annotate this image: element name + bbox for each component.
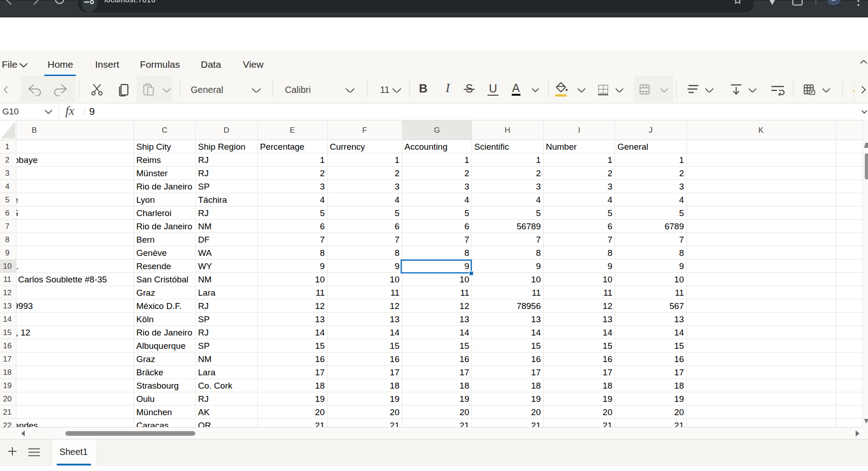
svg-text:16: 16 — [3, 341, 12, 350]
svg-text:21: 21 — [460, 421, 469, 428]
svg-text:andes: andes — [14, 421, 38, 428]
svg-text:13: 13 — [603, 314, 612, 324]
svg-text:19: 19 — [315, 394, 325, 404]
svg-text:C: C — [162, 126, 167, 135]
svg-text:10: 10 — [531, 275, 541, 284]
svg-text:3: 3 — [464, 182, 469, 191]
svg-text:14: 14 — [3, 315, 12, 324]
svg-text:Köln: Köln — [136, 314, 154, 324]
svg-text:20: 20 — [531, 407, 541, 417]
svg-text:2: 2 — [464, 168, 469, 178]
svg-text:4: 4 — [320, 195, 325, 205]
svg-text:Caracas: Caracas — [136, 421, 169, 428]
svg-text:Genève: Genève — [136, 248, 167, 258]
svg-text:Rio de Janeiro: Rio de Janeiro — [136, 222, 193, 231]
svg-text:10: 10 — [460, 275, 469, 284]
svg-text:15: 15 — [674, 341, 684, 351]
svg-text:2: 2 — [5, 156, 9, 164]
svg-text:Bräcke: Bräcke — [136, 368, 163, 377]
svg-text:15: 15 — [460, 341, 469, 351]
svg-text:7: 7 — [5, 222, 9, 231]
svg-text:15: 15 — [603, 341, 612, 351]
svg-text:14: 14 — [390, 328, 400, 337]
svg-text:E: E — [290, 126, 295, 135]
svg-text:9993: 9993 — [14, 301, 33, 311]
svg-text:Graz: Graz — [136, 354, 155, 364]
svg-text:4: 4 — [607, 195, 612, 205]
svg-text:17: 17 — [674, 368, 684, 377]
svg-text:7: 7 — [320, 235, 325, 244]
svg-text:13: 13 — [674, 314, 684, 324]
svg-text:8: 8 — [395, 248, 400, 258]
svg-text:7: 7 — [607, 235, 612, 244]
svg-text:17: 17 — [460, 368, 469, 377]
svg-text:OR: OR — [198, 421, 211, 428]
svg-text:12: 12 — [460, 301, 469, 311]
svg-text:DF: DF — [198, 235, 209, 244]
svg-text:21: 21 — [674, 421, 684, 428]
svg-text:15: 15 — [3, 328, 12, 337]
svg-text:6: 6 — [464, 222, 469, 231]
svg-text:18: 18 — [674, 381, 684, 390]
svg-text:8: 8 — [5, 235, 9, 244]
svg-text:5: 5 — [320, 208, 325, 218]
svg-text:11: 11 — [603, 288, 612, 298]
svg-text:16: 16 — [531, 354, 541, 364]
svg-text:Graz: Graz — [136, 288, 155, 298]
svg-text:18: 18 — [390, 381, 399, 390]
svg-text:13: 13 — [531, 314, 541, 324]
svg-text:4: 4 — [679, 195, 684, 205]
svg-text:19: 19 — [674, 394, 684, 404]
svg-text:16: 16 — [390, 354, 399, 364]
svg-text:1: 1 — [320, 155, 325, 165]
svg-text:4: 4 — [395, 195, 400, 205]
svg-text:1: 1 — [679, 155, 684, 165]
svg-text:8: 8 — [607, 248, 612, 258]
svg-text:19: 19 — [531, 394, 541, 404]
svg-text:56789: 56789 — [517, 222, 541, 231]
svg-text:B: B — [32, 126, 37, 135]
svg-text:G: G — [434, 126, 440, 135]
svg-text:3: 3 — [536, 182, 541, 191]
svg-text:7: 7 — [679, 235, 684, 244]
svg-text:9: 9 — [464, 261, 469, 271]
svg-text:15: 15 — [390, 341, 399, 351]
svg-text:18: 18 — [531, 381, 541, 390]
svg-text:16: 16 — [603, 354, 612, 364]
svg-text:5: 5 — [464, 208, 469, 218]
svg-text:8: 8 — [464, 248, 469, 258]
svg-text:Rio de Janeiro: Rio de Janeiro — [136, 182, 193, 191]
svg-text:9: 9 — [395, 261, 400, 271]
svg-text:20: 20 — [603, 407, 612, 417]
svg-text:9: 9 — [5, 249, 9, 257]
svg-text:Accounting: Accounting — [405, 142, 448, 152]
svg-text:H: H — [505, 126, 510, 135]
svg-text:16: 16 — [315, 354, 325, 364]
svg-text:17: 17 — [603, 368, 612, 377]
svg-text:SP: SP — [198, 341, 209, 351]
svg-text:Co. Cork: Co. Cork — [198, 381, 232, 390]
svg-text:Strasbourg: Strasbourg — [136, 381, 179, 390]
svg-text:20: 20 — [3, 395, 12, 403]
svg-text:10: 10 — [3, 262, 12, 271]
svg-text:D: D — [224, 126, 229, 135]
svg-text:I: I — [578, 126, 580, 135]
svg-text:5: 5 — [395, 208, 400, 218]
svg-text:13: 13 — [390, 314, 399, 324]
svg-text:München: München — [136, 407, 172, 417]
svg-text:20: 20 — [460, 407, 469, 417]
svg-text:6: 6 — [5, 209, 9, 217]
svg-text:21: 21 — [3, 408, 12, 417]
svg-text:78956: 78956 — [517, 301, 541, 311]
svg-text:Ship City: Ship City — [136, 142, 171, 152]
svg-text:14: 14 — [531, 328, 541, 337]
svg-text:RJ: RJ — [198, 328, 209, 337]
svg-text:Ship Region: Ship Region — [198, 142, 246, 152]
svg-text:Albuquerque: Albuquerque — [136, 341, 186, 351]
svg-text:21: 21 — [603, 421, 612, 428]
svg-text:12: 12 — [315, 301, 325, 311]
svg-text:6: 6 — [395, 222, 400, 231]
svg-text:NM: NM — [198, 275, 212, 284]
svg-text:Resende: Resende — [136, 261, 171, 271]
svg-text:NM: NM — [198, 222, 212, 231]
